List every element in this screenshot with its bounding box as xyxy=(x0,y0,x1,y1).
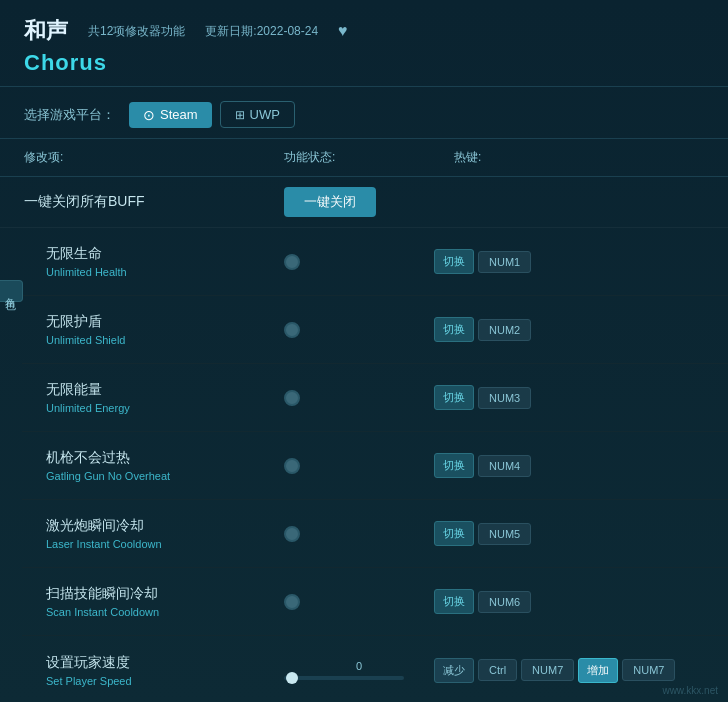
one-key-label: 一键关闭所有BUFF xyxy=(24,193,274,211)
mod-name-cn-1: 无限护盾 xyxy=(46,313,274,331)
hotkey-switch-2[interactable]: 切换 xyxy=(434,385,474,410)
mod-toggle-col-0 xyxy=(274,254,434,270)
speed-num7b-key: NUM7 xyxy=(622,659,675,681)
mod-row-4: 激光炮瞬间冷却 Laser Instant Cooldown 切换 NUM5 xyxy=(22,500,728,568)
mod-toggle-col-5 xyxy=(274,594,434,610)
mod-toggle-col-1 xyxy=(274,322,434,338)
speed-increase-btn[interactable]: 增加 xyxy=(578,658,618,683)
hotkey-num-4: NUM5 xyxy=(478,523,531,545)
header-meta: 共12项修改器功能 更新日期:2022-08-24 ♥ xyxy=(88,22,348,40)
hotkey-switch-0[interactable]: 切换 xyxy=(434,249,474,274)
col-header-hotkey: 热键: xyxy=(454,149,704,166)
platform-section: 选择游戏平台： ⊙ Steam ⊞ UWP xyxy=(0,87,728,139)
steam-icon: ⊙ xyxy=(143,107,155,123)
speed-row: 设置玩家速度 Set Player Speed 0 减少 Ctrl NUM7 增… xyxy=(22,636,728,702)
toggle-0[interactable] xyxy=(284,254,300,270)
speed-ctrl-key: Ctrl xyxy=(478,659,517,681)
speed-value: 0 xyxy=(284,660,434,672)
hotkey-switch-1[interactable]: 切换 xyxy=(434,317,474,342)
mod-name-en-1: Unlimited Shield xyxy=(46,334,274,346)
toggle-1[interactable] xyxy=(284,322,300,338)
hotkey-num-1: NUM2 xyxy=(478,319,531,341)
mod-row-3: 机枪不会过热 Gatling Gun No Overheat 切换 NUM4 xyxy=(22,432,728,500)
one-key-button[interactable]: 一键关闭 xyxy=(284,187,376,217)
toggle-2[interactable] xyxy=(284,390,300,406)
speed-slider-thumb[interactable] xyxy=(286,672,298,684)
one-key-btn-area: 一键关闭 xyxy=(274,187,454,217)
game-title-cn: 和声 xyxy=(24,16,68,46)
speed-slider-col: 0 xyxy=(274,660,434,680)
mod-name-cn-5: 扫描技能瞬间冷却 xyxy=(46,585,274,603)
platform-steam-button[interactable]: ⊙ Steam xyxy=(129,102,212,128)
mod-hotkey-col-2: 切换 NUM3 xyxy=(434,385,704,410)
mod-name-col-0: 无限生命 Unlimited Health xyxy=(46,245,274,278)
mod-toggle-col-4 xyxy=(274,526,434,542)
mod-name-en-2: Unlimited Energy xyxy=(46,402,274,414)
speed-slider-track[interactable] xyxy=(284,676,404,680)
watermark: www.kkx.net xyxy=(662,685,718,696)
mod-name-col-4: 激光炮瞬间冷却 Laser Instant Cooldown xyxy=(46,517,274,550)
speed-name-en: Set Player Speed xyxy=(46,675,274,687)
mod-name-cn-2: 无限能量 xyxy=(46,381,274,399)
hotkey-switch-3[interactable]: 切换 xyxy=(434,453,474,478)
mod-name-en-0: Unlimited Health xyxy=(46,266,274,278)
speed-hotkey-col: 减少 Ctrl NUM7 增加 NUM7 xyxy=(434,658,704,683)
toggle-3[interactable] xyxy=(284,458,300,474)
mod-hotkey-col-3: 切换 NUM4 xyxy=(434,453,704,478)
mod-count: 共12项修改器功能 xyxy=(88,23,185,40)
mod-name-col-3: 机枪不会过热 Gatling Gun No Overheat xyxy=(46,449,274,482)
hotkey-num-0: NUM1 xyxy=(478,251,531,273)
mod-row-5: 扫描技能瞬间冷却 Scan Instant Cooldown 切换 NUM6 xyxy=(22,568,728,636)
mod-name-en-5: Scan Instant Cooldown xyxy=(46,606,274,618)
mod-row-2: 无限能量 Unlimited Energy 切换 NUM3 xyxy=(22,364,728,432)
hotkey-num-5: NUM6 xyxy=(478,591,531,613)
platform-label: 选择游戏平台： xyxy=(24,106,115,124)
hotkey-num-2: NUM3 xyxy=(478,387,531,409)
mod-name-col-5: 扫描技能瞬间冷却 Scan Instant Cooldown xyxy=(46,585,274,618)
speed-name-col: 设置玩家速度 Set Player Speed xyxy=(46,654,274,687)
table-header: 修改项: 功能状态: 热键: xyxy=(0,139,728,177)
mod-list: 无限生命 Unlimited Health 切换 NUM1 无限护盾 Unlim… xyxy=(22,228,728,702)
mod-name-cn-0: 无限生命 xyxy=(46,245,274,263)
one-key-row: 一键关闭所有BUFF 一键关闭 xyxy=(0,177,728,228)
toggle-4[interactable] xyxy=(284,526,300,542)
mod-toggle-col-2 xyxy=(274,390,434,406)
hotkey-switch-4[interactable]: 切换 xyxy=(434,521,474,546)
uwp-label: UWP xyxy=(250,107,280,122)
platform-uwp-button[interactable]: ⊞ UWP xyxy=(220,101,295,128)
game-title-en: Chorus xyxy=(24,50,704,76)
heart-icon[interactable]: ♥ xyxy=(338,22,348,40)
hotkey-switch-5[interactable]: 切换 xyxy=(434,589,474,614)
uwp-icon: ⊞ xyxy=(235,108,245,122)
sidebar-tab-character[interactable]: 角色 xyxy=(0,280,23,302)
mod-name-en-4: Laser Instant Cooldown xyxy=(46,538,274,550)
mod-hotkey-col-5: 切换 NUM6 xyxy=(434,589,704,614)
speed-decrease-btn[interactable]: 减少 xyxy=(434,658,474,683)
header: 和声 共12项修改器功能 更新日期:2022-08-24 ♥ Chorus xyxy=(0,0,728,87)
main-container: 和声 共12项修改器功能 更新日期:2022-08-24 ♥ Chorus 选择… xyxy=(0,0,728,702)
update-date: 更新日期:2022-08-24 xyxy=(205,23,318,40)
mod-hotkey-col-4: 切换 NUM5 xyxy=(434,521,704,546)
speed-name-cn: 设置玩家速度 xyxy=(46,654,274,672)
toggle-5[interactable] xyxy=(284,594,300,610)
hotkey-num-3: NUM4 xyxy=(478,455,531,477)
mod-toggle-col-3 xyxy=(274,458,434,474)
steam-label: Steam xyxy=(160,107,198,122)
mod-hotkey-col-0: 切换 NUM1 xyxy=(434,249,704,274)
col-header-mod: 修改项: xyxy=(24,149,274,166)
col-header-status: 功能状态: xyxy=(274,149,454,166)
mod-name-col-2: 无限能量 Unlimited Energy xyxy=(46,381,274,414)
mod-name-cn-4: 激光炮瞬间冷却 xyxy=(46,517,274,535)
mod-name-en-3: Gatling Gun No Overheat xyxy=(46,470,274,482)
mod-name-cn-3: 机枪不会过热 xyxy=(46,449,274,467)
mod-hotkey-col-1: 切换 NUM2 xyxy=(434,317,704,342)
speed-num7a-key: NUM7 xyxy=(521,659,574,681)
header-top: 和声 共12项修改器功能 更新日期:2022-08-24 ♥ xyxy=(24,16,704,46)
mod-name-col-1: 无限护盾 Unlimited Shield xyxy=(46,313,274,346)
mod-row-0: 无限生命 Unlimited Health 切换 NUM1 xyxy=(22,228,728,296)
sidebar: 角色 xyxy=(0,200,22,302)
mod-row-1: 无限护盾 Unlimited Shield 切换 NUM2 xyxy=(22,296,728,364)
